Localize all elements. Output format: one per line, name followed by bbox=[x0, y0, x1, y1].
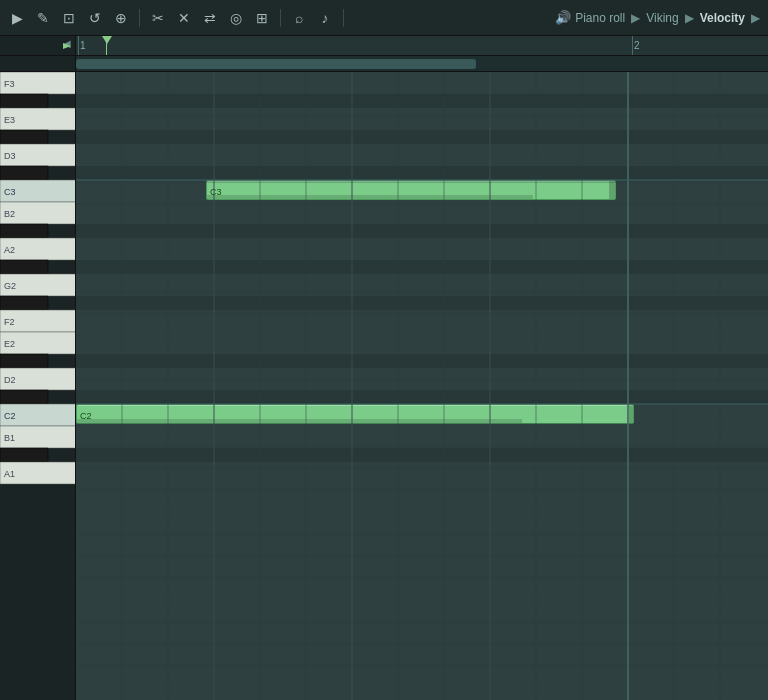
svg-text:D3: D3 bbox=[4, 151, 16, 161]
note-c3-resize[interactable] bbox=[609, 181, 615, 199]
speaker-icon[interactable]: ♪ bbox=[314, 7, 336, 29]
note-c2-resize[interactable] bbox=[627, 405, 633, 423]
breadcrumb-velocity: Velocity bbox=[700, 11, 745, 25]
svg-rect-68 bbox=[76, 296, 768, 310]
svg-rect-70 bbox=[76, 390, 768, 404]
grid-area[interactable]: C3 C2 // This won't execute inside SVG, … bbox=[76, 72, 768, 700]
arrow-icon[interactable]: ▶ bbox=[6, 7, 28, 29]
breadcrumb-sep2: ▶ bbox=[685, 11, 694, 25]
playhead[interactable] bbox=[106, 36, 107, 55]
sep1 bbox=[139, 9, 140, 27]
svg-rect-71 bbox=[76, 448, 768, 462]
note-c2[interactable]: C2 bbox=[76, 404, 634, 424]
breadcrumb-pianoroll: Piano roll bbox=[575, 11, 625, 25]
svg-rect-67 bbox=[76, 260, 768, 274]
flip-icon[interactable]: ⇄ bbox=[199, 7, 221, 29]
playhead-triangle bbox=[102, 36, 112, 44]
piano-flag-icon bbox=[63, 43, 71, 53]
note-c2-velocity bbox=[77, 419, 522, 423]
speaker-breadcrumb-icon: 🔊 bbox=[555, 10, 571, 25]
svg-text:E3: E3 bbox=[4, 115, 15, 125]
svg-rect-66 bbox=[76, 224, 768, 238]
svg-rect-24 bbox=[0, 354, 48, 368]
sep3 bbox=[343, 9, 344, 27]
piano-keyboard: F3 E3 D3 C3 B2 A2 bbox=[0, 72, 76, 700]
svg-rect-69 bbox=[76, 354, 768, 368]
snap-icon[interactable]: ⊕ bbox=[110, 7, 132, 29]
breadcrumb-sep3: ▶ bbox=[751, 11, 760, 25]
svg-text:A1: A1 bbox=[4, 469, 15, 479]
breadcrumb-sep1: ▶ bbox=[631, 11, 640, 25]
svg-rect-13 bbox=[0, 224, 48, 238]
main-area: F3 E3 D3 C3 B2 A2 bbox=[0, 72, 768, 700]
note-c3-velocity bbox=[207, 195, 533, 199]
svg-rect-5 bbox=[0, 130, 48, 144]
expand-icon[interactable]: ⊞ bbox=[251, 7, 273, 29]
breadcrumb-viking: Viking bbox=[646, 11, 678, 25]
cut-icon[interactable]: ✂ bbox=[147, 7, 169, 29]
loop-icon[interactable]: ↺ bbox=[84, 7, 106, 29]
svg-rect-32 bbox=[0, 448, 48, 462]
piano-svg: F3 E3 D3 C3 B2 A2 bbox=[0, 72, 76, 700]
svg-rect-16 bbox=[0, 260, 48, 274]
pencil-icon[interactable]: ✎ bbox=[32, 7, 54, 29]
marker-2-line bbox=[632, 36, 633, 55]
select-icon[interactable]: ⊡ bbox=[58, 7, 80, 29]
marker-1-line bbox=[78, 36, 79, 55]
horizontal-scrollbar[interactable] bbox=[0, 56, 768, 72]
svg-text:B2: B2 bbox=[4, 209, 15, 219]
zoom-icon[interactable]: ⌕ bbox=[288, 7, 310, 29]
sep2 bbox=[280, 9, 281, 27]
scrollbar-piano-space bbox=[0, 56, 76, 71]
svg-rect-8 bbox=[0, 166, 48, 180]
timeline-header: ◀ 1 2 bbox=[0, 36, 768, 56]
marker-2: 2 bbox=[632, 40, 640, 51]
svg-text:A2: A2 bbox=[4, 245, 15, 255]
svg-rect-19 bbox=[0, 296, 48, 310]
marker-1: 1 bbox=[78, 40, 86, 51]
svg-text:C3: C3 bbox=[4, 187, 16, 197]
toolbar: ▶ ✎ ⊡ ↺ ⊕ ✂ ✕ ⇄ ◎ ⊞ ⌕ ♪ 🔊 Piano roll ▶ V… bbox=[0, 0, 768, 36]
svg-text:F3: F3 bbox=[4, 79, 15, 89]
svg-rect-2 bbox=[0, 94, 48, 108]
svg-text:B1: B1 bbox=[4, 433, 15, 443]
note-c3[interactable]: C3 bbox=[206, 180, 616, 200]
svg-text:C2: C2 bbox=[4, 411, 16, 421]
svg-text:G2: G2 bbox=[4, 281, 16, 291]
erase-icon[interactable]: ✕ bbox=[173, 7, 195, 29]
timeline-ruler[interactable]: 1 2 bbox=[76, 36, 768, 55]
svg-text:D2: D2 bbox=[4, 375, 16, 385]
breadcrumb: 🔊 Piano roll ▶ Viking ▶ Velocity ▶ bbox=[555, 10, 762, 25]
svg-text:F2: F2 bbox=[4, 317, 15, 327]
svg-text:E2: E2 bbox=[4, 339, 15, 349]
svg-rect-27 bbox=[0, 390, 48, 404]
mute-icon[interactable]: ◎ bbox=[225, 7, 247, 29]
piano-spacer-timeline: ◀ bbox=[0, 36, 76, 55]
scrollbar-thumb[interactable] bbox=[76, 59, 476, 69]
scrollbar-track[interactable] bbox=[76, 56, 768, 71]
